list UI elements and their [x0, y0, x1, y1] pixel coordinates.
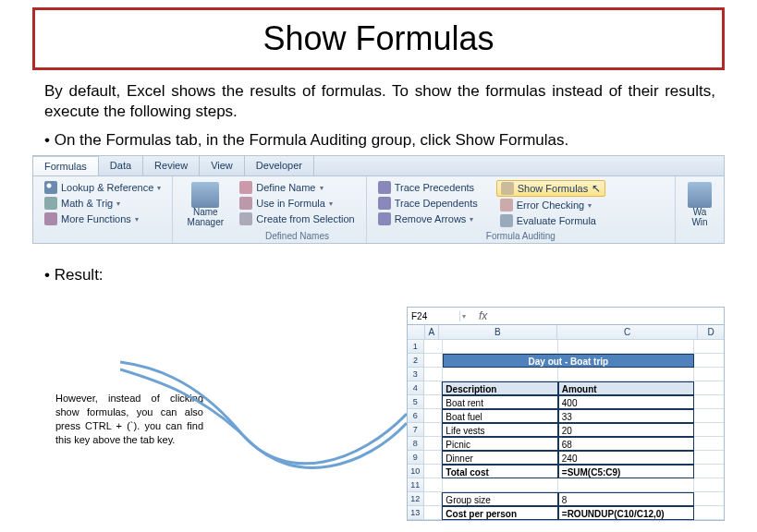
- tab-formulas[interactable]: Formulas: [33, 156, 99, 175]
- tab-developer[interactable]: Developer: [245, 156, 314, 175]
- col-header-c[interactable]: C: [557, 325, 698, 340]
- header-description[interactable]: Description: [442, 381, 557, 395]
- group-function-library: Lookup & Reference Math & Trig More Func…: [33, 176, 173, 243]
- tag-icon: [239, 181, 252, 194]
- ribbon-tabs: Formulas Data Review View Developer: [33, 156, 724, 176]
- name-manager-button[interactable]: Name Manager: [180, 180, 230, 229]
- remove-arrows-icon: [378, 212, 391, 225]
- select-all-corner[interactable]: [408, 325, 425, 340]
- row-header[interactable]: 9: [408, 451, 424, 465]
- col-header-d[interactable]: D: [698, 325, 724, 340]
- selection-icon: [239, 212, 252, 225]
- result-label: • Result:: [44, 266, 757, 284]
- group-defined-names: Name Manager Define Name Use in Formula …: [173, 176, 366, 243]
- tip-text: However, instead of clicking show formul…: [55, 392, 203, 446]
- excel-result-view: F24 ▾ fx A B C D 1 2Day out - Boat trip …: [407, 307, 725, 521]
- watch-icon: [688, 182, 712, 208]
- group-formula-auditing: Trace Precedents Trace Dependents Remove…: [367, 176, 676, 243]
- error-checking-button[interactable]: Error Checking: [496, 198, 605, 212]
- cpp-formula[interactable]: =ROUNDUP(C10/C12,0): [558, 506, 694, 520]
- fx-icon: [239, 197, 252, 210]
- error-icon: [500, 199, 513, 212]
- formula-bar: F24 ▾ fx: [407, 307, 725, 325]
- row-header[interactable]: 1: [408, 340, 424, 354]
- header-amount[interactable]: Amount: [558, 381, 694, 395]
- lookup-icon: [44, 181, 57, 194]
- row-header[interactable]: 3: [408, 368, 424, 381]
- trace-dependents-button[interactable]: Trace Dependents: [374, 196, 482, 211]
- group-size-label[interactable]: Group size: [442, 492, 557, 506]
- row-header[interactable]: 13: [408, 506, 424, 520]
- step-1: • On the Formulas tab, in the Formula Au…: [44, 131, 715, 150]
- sheet-title-cell[interactable]: Day out - Boat trip: [443, 354, 694, 368]
- row-header[interactable]: 8: [408, 437, 424, 451]
- row-header[interactable]: 11: [408, 478, 424, 492]
- evaluate-formula-button[interactable]: Evaluate Formula: [496, 213, 605, 228]
- use-in-formula-button[interactable]: Use in Formula: [236, 196, 358, 211]
- group-watch: WaWin: [676, 176, 724, 243]
- more-icon: [44, 212, 57, 225]
- worksheet-grid: A B C D 1 2Day out - Boat trip 3 4Descri…: [407, 325, 725, 521]
- name-manager-icon: [191, 182, 219, 208]
- tab-review[interactable]: Review: [143, 156, 200, 175]
- trace-precedents-icon: [378, 181, 391, 194]
- row-header[interactable]: 5: [408, 395, 424, 409]
- show-formulas-icon: [501, 182, 514, 195]
- more-functions-button[interactable]: More Functions: [41, 212, 165, 226]
- math-trig-button[interactable]: Math & Trig: [41, 196, 165, 211]
- cursor-icon: ↖: [592, 182, 601, 195]
- page-title: Show Formulas: [263, 19, 494, 57]
- row-header[interactable]: 12: [408, 492, 424, 506]
- show-formulas-button[interactable]: Show Formulas↖: [496, 180, 605, 197]
- watch-window-button[interactable]: WaWin: [683, 180, 716, 229]
- total-label[interactable]: Total cost: [442, 465, 557, 478]
- col-header-a[interactable]: A: [425, 325, 439, 340]
- remove-arrows-button[interactable]: Remove Arrows: [374, 212, 482, 226]
- defined-names-title: Defined Names: [236, 231, 358, 241]
- intro-text: By default, Excel shows the results of f…: [44, 81, 715, 122]
- row-header[interactable]: 2: [408, 354, 424, 368]
- col-header-b[interactable]: B: [439, 325, 557, 340]
- trace-precedents-button[interactable]: Trace Precedents: [374, 180, 482, 195]
- title-box: Show Formulas: [32, 7, 725, 70]
- formula-auditing-title: Formula Auditing: [374, 231, 667, 241]
- tab-data[interactable]: Data: [99, 156, 143, 175]
- name-box[interactable]: F24: [408, 311, 460, 321]
- fx-icon-label[interactable]: fx: [473, 309, 493, 322]
- row-header[interactable]: 6: [408, 409, 424, 423]
- row-header[interactable]: 7: [408, 423, 424, 437]
- trace-dependents-icon: [378, 197, 391, 210]
- ribbon-body: Lookup & Reference Math & Trig More Func…: [33, 176, 724, 243]
- total-formula[interactable]: =SUM(C5:C9): [558, 465, 694, 478]
- tab-view[interactable]: View: [200, 156, 245, 175]
- cpp-label[interactable]: Cost per person: [442, 506, 557, 520]
- lookup-reference-button[interactable]: Lookup & Reference: [41, 180, 165, 195]
- group-size-value[interactable]: 8: [558, 492, 694, 506]
- evaluate-icon: [500, 214, 513, 227]
- math-icon: [44, 197, 57, 210]
- row-header[interactable]: 4: [408, 381, 424, 395]
- create-from-selection-button[interactable]: Create from Selection: [236, 212, 358, 226]
- define-name-button[interactable]: Define Name: [236, 180, 358, 195]
- row-header[interactable]: 10: [408, 465, 424, 478]
- excel-ribbon: Formulas Data Review View Developer Look…: [32, 155, 725, 244]
